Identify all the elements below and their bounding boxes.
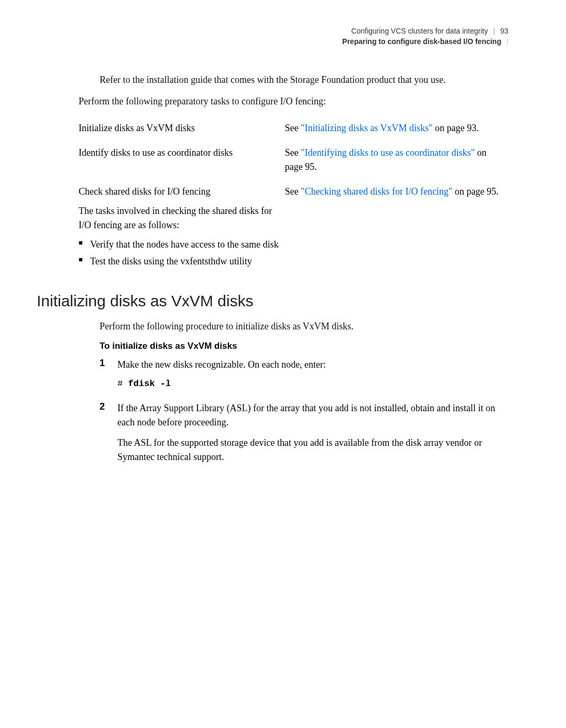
step-text-content: Make the new disks recognizable. On each… [117, 359, 326, 370]
step-text-content: If the Array Support Library (ASL) for t… [117, 403, 495, 427]
procedure-step: 1 Make the new disks recognizable. On ea… [100, 358, 508, 394]
ref-suffix: on page 93. [432, 123, 478, 133]
header-divider-2: | [506, 37, 508, 46]
section-title: Preparing to configure disk-based I/O fe… [342, 37, 501, 46]
task-name: Identify disks to use as coordinator dis… [79, 141, 285, 179]
ref-suffix: on page 95. [452, 186, 498, 197]
chapter-title: Configuring VCS clusters for data integr… [351, 27, 488, 35]
list-item: Test the disks using the vxfentsthdw uti… [79, 254, 281, 268]
ref-prefix: See [285, 186, 301, 197]
task-name-cell: Check shared disks for I/O fencing The t… [79, 179, 285, 276]
code-block: # fdisk -l [117, 377, 508, 391]
step-sub-text: The ASL for the supported storage device… [117, 436, 508, 464]
intro-para-2: Perform the following preparatory tasks … [79, 94, 508, 109]
task-name-sub: The tasks involved in checking the share… [79, 204, 281, 232]
preparatory-tasks-table: Initialize disks as VxVM disks See "Init… [79, 116, 508, 276]
code-command: fdisk -l [128, 379, 171, 389]
task-reference: See "Identifying disks to use as coordin… [285, 141, 508, 179]
intro-block: Refer to the installation guide that com… [100, 73, 508, 87]
procedure-step: 2 If the Array Support Library (ASL) for… [100, 401, 508, 464]
ref-prefix: See [285, 123, 301, 133]
task-reference: See "Checking shared disks for I/O fenci… [285, 179, 508, 276]
ref-prefix: See [285, 147, 301, 158]
ref-link[interactable]: "Initializing disks as VxVM disks" [301, 123, 432, 133]
section-body: Perform the following procedure to initi… [100, 319, 508, 464]
list-item: Verify that the nodes have access to the… [79, 238, 281, 251]
task-name: Initialize disks as VxVM disks [79, 116, 285, 141]
ref-link[interactable]: "Checking shared disks for I/O fencing" [301, 186, 452, 197]
table-row: Identify disks to use as coordinator dis… [79, 141, 508, 179]
step-text: If the Array Support Library (ASL) for t… [117, 401, 508, 464]
table-row: Initialize disks as VxVM disks See "Init… [79, 116, 508, 141]
header-divider: | [493, 27, 495, 35]
section-intro: Perform the following procedure to initi… [100, 319, 508, 334]
section-heading: Initializing disks as VxVM disks [37, 292, 508, 310]
step-number: 2 [100, 401, 117, 464]
task-name-main: Check shared disks for I/O fencing [79, 185, 281, 199]
task-reference: See "Initializing disks as VxVM disks" o… [285, 116, 508, 141]
task-bullet-list: Verify that the nodes have access to the… [79, 238, 281, 268]
code-prompt: # [117, 379, 128, 389]
table-row: Check shared disks for I/O fencing The t… [79, 179, 508, 276]
header-line-chapter: Configuring VCS clusters for data integr… [79, 26, 508, 37]
ref-link[interactable]: "Identifying disks to use as coordinator… [301, 147, 475, 158]
step-number: 1 [100, 358, 117, 394]
intro-para-1: Refer to the installation guide that com… [100, 73, 508, 87]
header-line-section: Preparing to configure disk-based I/O fe… [79, 37, 508, 47]
procedure-heading: To initialize disks as VxVM disks [100, 341, 508, 351]
step-text: Make the new disks recognizable. On each… [117, 358, 508, 394]
page-number: 93 [500, 27, 508, 35]
page-header: Configuring VCS clusters for data integr… [79, 26, 508, 47]
